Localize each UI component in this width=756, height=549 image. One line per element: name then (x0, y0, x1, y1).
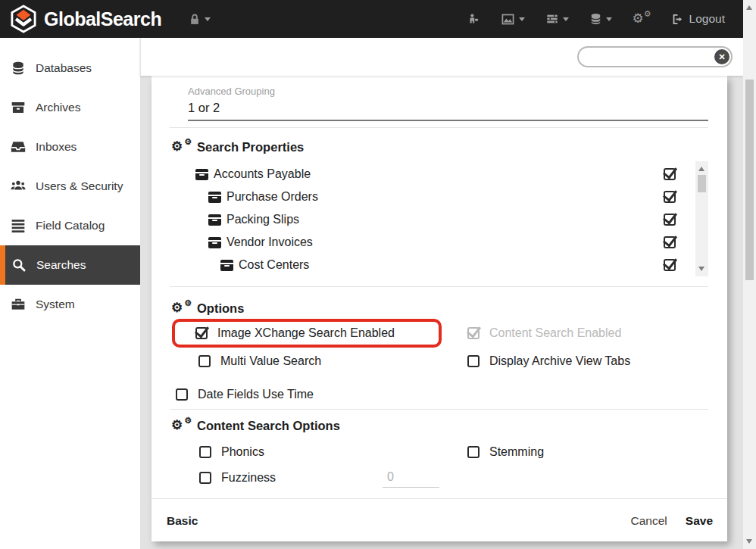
chevron-down-icon (563, 17, 569, 21)
archive-icon (208, 237, 221, 248)
search-input[interactable] (577, 46, 733, 67)
chevron-down-icon (205, 17, 211, 21)
scrollbar-thumb[interactable] (745, 80, 754, 280)
cogs-icon: ⚙⚙ (171, 139, 191, 154)
logout-button[interactable]: Logout (671, 12, 725, 26)
chart-menu[interactable] (501, 13, 525, 26)
stemming-option[interactable]: Stemming (467, 441, 544, 463)
list-icon (11, 218, 26, 233)
highlight-box: Image XChange Search Enabled (172, 319, 442, 348)
sidebar-item-label: Searches (36, 258, 86, 272)
chevron-down-icon (606, 17, 612, 21)
header-toolbar: ⚙⚙ Logout (467, 11, 725, 27)
tasks-menu[interactable] (545, 13, 569, 25)
logout-label: Logout (689, 12, 725, 26)
sidebar-item-label: Users & Security (36, 179, 123, 193)
sidebar-item-searches[interactable]: Searches (0, 245, 140, 285)
plugin-icon (467, 13, 480, 26)
globalsearch-logo-icon (11, 5, 36, 33)
save-button[interactable]: Save (686, 514, 713, 528)
fuzziness-input[interactable] (383, 468, 439, 488)
archive-icon (195, 169, 208, 180)
cancel-button[interactable]: Cancel (631, 514, 667, 528)
tasks-icon (545, 13, 559, 25)
fuzziness-checkbox[interactable] (199, 472, 211, 484)
date-fields-checkbox[interactable] (176, 388, 188, 401)
archive-tree-row[interactable]: Packing Slips (152, 208, 727, 231)
archive-icon (208, 214, 221, 226)
multi-value-search-option[interactable]: Multi Value Search (198, 350, 321, 373)
briefcase-icon (11, 297, 26, 312)
multi-value-checkbox[interactable] (198, 355, 211, 367)
list-scrollbar[interactable] (695, 161, 708, 276)
sidebar-item-label: System (36, 298, 75, 311)
scroll-up-icon[interactable] (698, 167, 704, 171)
stemming-checkbox[interactable] (467, 446, 480, 458)
sidebar-item-databases[interactable]: Databases (0, 48, 140, 88)
archive-tree-row[interactable]: Purchase Orders (152, 186, 727, 208)
sidebar-item-inboxes[interactable]: Inboxes (0, 127, 140, 167)
phonics-checkbox[interactable] (199, 446, 211, 458)
search-settings-panel: Advanced Grouping 1 or 2 ⚙⚙ Search Prope… (152, 76, 727, 541)
date-fields-use-time-option[interactable]: Date Fields Use Time (176, 383, 314, 406)
search-field: ✕ (577, 46, 733, 67)
scrollbar-thumb[interactable] (698, 175, 706, 192)
plugin-button[interactable] (467, 13, 480, 26)
sidebar: Databases Archives Inboxes (0, 38, 140, 549)
content-search-enabled-option: Content Search Enabled (467, 322, 621, 345)
archive-tree-row[interactable]: Cost Centers (152, 254, 727, 276)
logout-icon (671, 13, 684, 26)
brand-title: GlobalSearch (44, 8, 161, 30)
basic-mode-button[interactable]: Basic (167, 514, 198, 528)
lock-menu[interactable] (189, 13, 211, 26)
content-toolbar: ✕ (140, 38, 743, 76)
archive-checkbox[interactable] (664, 236, 676, 248)
archive-icon (220, 260, 233, 271)
cogs-icon: ⚙⚙ (171, 301, 191, 316)
archive-icon (11, 100, 26, 115)
settings-button[interactable]: ⚙⚙ (633, 11, 651, 27)
sidebar-item-label: Inboxes (36, 140, 77, 154)
scroll-down-icon[interactable] (698, 267, 704, 271)
footer-actions: Cancel Save (631, 514, 713, 528)
cogs-icon: ⚙⚙ (171, 418, 191, 433)
users-icon (11, 179, 26, 194)
chart-icon (501, 13, 515, 26)
sidebar-item-users-security[interactable]: Users & Security (0, 167, 140, 206)
sidebar-item-system[interactable]: System (0, 285, 140, 324)
database-menu[interactable] (589, 12, 612, 26)
phonics-option[interactable]: Phonics (199, 441, 264, 463)
archive-checkbox[interactable] (664, 214, 676, 226)
window-scrollbar[interactable] (743, 0, 756, 549)
advanced-grouping-field[interactable]: 1 or 2 (188, 101, 708, 121)
settings-icon: ⚙⚙ (633, 11, 651, 27)
fuzziness-option[interactable]: Fuzziness (199, 466, 276, 489)
archive-tree-row[interactable]: Accounts Payable (152, 163, 727, 186)
archive-checkbox[interactable] (664, 259, 676, 271)
scroll-down-icon[interactable] (746, 539, 752, 544)
archive-tree-row[interactable]: Vendor Invoices (152, 231, 727, 254)
sidebar-item-field-catalog[interactable]: Field Catalog (0, 206, 140, 245)
search-properties-heading: ⚙⚙ Search Properties (171, 139, 304, 154)
image-xchange-checkbox[interactable] (195, 327, 208, 339)
sidebar-item-label: Field Catalog (36, 219, 105, 232)
divider (170, 409, 708, 410)
display-archive-tabs-checkbox[interactable] (467, 355, 480, 367)
image-xchange-label: Image XChange Search Enabled (217, 326, 395, 340)
archive-checkbox[interactable] (664, 191, 676, 203)
footer-divider (152, 498, 727, 499)
display-archive-tabs-option[interactable]: Display Archive View Tabs (467, 350, 630, 373)
sidebar-item-archives[interactable]: Archives (0, 88, 140, 127)
content-search-checkbox (467, 327, 480, 339)
sidebar-item-label: Databases (36, 61, 92, 75)
divider (170, 127, 708, 128)
database-icon (11, 61, 26, 76)
sidebar-item-label: Archives (36, 101, 80, 114)
archive-checkbox[interactable] (664, 168, 676, 180)
clear-search-icon[interactable]: ✕ (714, 49, 729, 64)
brand[interactable]: GlobalSearch (11, 5, 161, 33)
page-background: Advanced Grouping 1 or 2 ⚙⚙ Search Prope… (140, 76, 743, 549)
scroll-up-icon[interactable] (746, 5, 752, 10)
lock-icon (189, 13, 201, 26)
chevron-down-icon (519, 17, 525, 21)
